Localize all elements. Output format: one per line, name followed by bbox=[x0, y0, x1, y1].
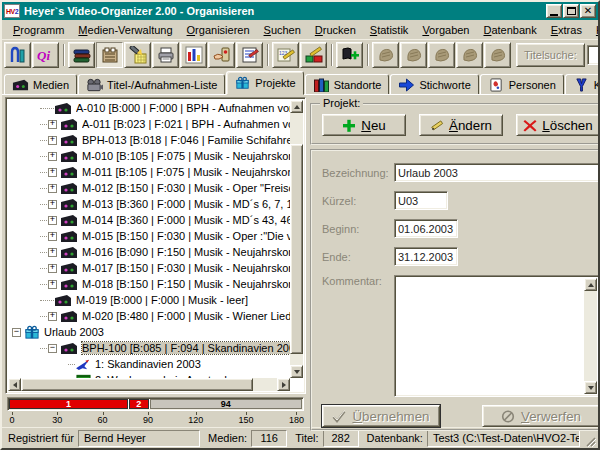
exit-icon bbox=[8, 46, 28, 64]
tab-projekte[interactable]: Projekte bbox=[226, 71, 303, 95]
menu-extras[interactable]: Extras bbox=[544, 22, 589, 38]
edit-titles-button[interactable] bbox=[272, 42, 299, 68]
kommentar-scrollbar[interactable] bbox=[584, 278, 597, 394]
project-panel: Projekt: Neu Ändern Löschen Bezeichnung: bbox=[310, 97, 600, 425]
tab-titel-aufnahmen-liste[interactable]: Titel-/Aufnahmen-Liste bbox=[78, 74, 225, 95]
tree-row[interactable]: M-015 [B:150 | F:030 | Musik - Oper :"Di… bbox=[8, 228, 290, 244]
minimize-button[interactable] bbox=[546, 4, 562, 18]
printer-icon bbox=[156, 46, 176, 64]
menu-hilfe[interactable]: Hilfe bbox=[589, 22, 600, 38]
red-x-icon bbox=[523, 119, 537, 132]
search-button[interactable] bbox=[124, 42, 151, 68]
maximize-icon bbox=[567, 7, 576, 15]
defaults-button[interactable] bbox=[208, 42, 235, 68]
scrollbar-thumb[interactable] bbox=[290, 144, 303, 354]
scroll-down-icon[interactable] bbox=[584, 381, 597, 394]
expand-plus-icon[interactable] bbox=[48, 264, 57, 273]
kuerzel-input[interactable] bbox=[394, 191, 448, 210]
close-button[interactable]: ✕ bbox=[580, 4, 596, 18]
medien-count: 116 bbox=[251, 430, 287, 447]
tree-row[interactable]: M-011 [B:105 | F:075 | Musik - Neujahrsk… bbox=[8, 164, 290, 180]
tree-row[interactable]: M-020 [B:480 | F:000 | Musik - Wiener Li… bbox=[8, 308, 290, 324]
media-management-button[interactable] bbox=[68, 42, 95, 68]
organize-button[interactable] bbox=[96, 42, 123, 68]
menu-medien-verwaltung[interactable]: Medien-Verwaltung bbox=[71, 22, 179, 38]
edit-media-button[interactable] bbox=[300, 42, 327, 68]
menu-datenbank[interactable]: Datenbank bbox=[476, 22, 543, 38]
scroll-down-icon[interactable] bbox=[290, 365, 303, 378]
menu-drucken[interactable]: Drucken bbox=[308, 22, 363, 38]
exit-button[interactable] bbox=[4, 42, 31, 68]
scroll-up-icon[interactable] bbox=[584, 278, 597, 291]
menu-organisieren[interactable]: Organisieren bbox=[180, 22, 257, 38]
notes-button[interactable] bbox=[236, 42, 263, 68]
tree-row[interactable]: A-010 [B:000 | F:000 | BPH - Aufnahmen v… bbox=[8, 100, 290, 116]
tab-medien[interactable]: Medien bbox=[4, 74, 77, 95]
neu-button[interactable]: Neu bbox=[322, 114, 406, 136]
tree-row[interactable]: M-010 [B:105 | F:075 | Musik - Neujahrsk… bbox=[8, 148, 290, 164]
tree-row[interactable]: M-018 [B:150 | F:150 | Musik - Neujahrsk… bbox=[8, 276, 290, 292]
tree-row[interactable]: BPH-013 [B:018 | F:046 | Familie Schifah… bbox=[8, 132, 290, 148]
menu-suchen[interactable]: Suchen bbox=[257, 22, 308, 38]
media-usage-gauge: 1 2 94 bbox=[7, 397, 304, 411]
app-icon[interactable]: HV2 bbox=[4, 4, 20, 18]
scroll-right-icon[interactable] bbox=[277, 378, 290, 391]
arrow-right-icon bbox=[398, 78, 415, 92]
tree-row[interactable]: M-016 [B:090 | F:150 | Musik - Neujahrsk… bbox=[8, 244, 290, 260]
tab-personen[interactable]: Personen bbox=[480, 74, 564, 95]
statistics-button[interactable] bbox=[180, 42, 207, 68]
expand-minus-icon[interactable] bbox=[48, 344, 57, 353]
menu-statistik[interactable]: Statistik bbox=[363, 22, 416, 38]
beginn-input[interactable] bbox=[394, 219, 458, 238]
main-area: A-010 [B:000 | F:000 | BPH - Aufnahmen v… bbox=[2, 95, 598, 427]
tree-vertical-scrollbar[interactable] bbox=[290, 100, 303, 378]
resize-grip[interactable] bbox=[584, 435, 596, 447]
expand-plus-icon[interactable] bbox=[48, 120, 57, 129]
cassette-icon bbox=[54, 294, 72, 307]
scrollbar-thumb[interactable] bbox=[21, 378, 253, 391]
cassette-icon bbox=[60, 214, 78, 227]
expand-plus-icon[interactable] bbox=[48, 216, 57, 225]
print-button[interactable] bbox=[152, 42, 179, 68]
expand-plus-icon[interactable] bbox=[48, 248, 57, 257]
tab-standorte[interactable]: Standorte bbox=[305, 74, 390, 95]
expand-minus-icon[interactable] bbox=[12, 328, 21, 337]
scroll-left-icon[interactable] bbox=[8, 378, 21, 391]
expand-plus-icon[interactable] bbox=[48, 232, 57, 241]
tab-klassifizierungen[interactable]: Klassifizierungen bbox=[565, 74, 600, 95]
kommentar-input[interactable] bbox=[397, 278, 584, 394]
expand-plus-icon[interactable] bbox=[48, 184, 57, 193]
tree-row-project[interactable]: Urlaub 2003 bbox=[8, 324, 290, 340]
expand-plus-icon[interactable] bbox=[48, 152, 57, 161]
tree-row[interactable]: A-011 [B:023 | F:021 | BPH - Aufnahmen v… bbox=[8, 116, 290, 132]
expand-plus-icon[interactable] bbox=[48, 280, 57, 289]
ende-input[interactable] bbox=[394, 247, 458, 266]
expand-plus-icon[interactable] bbox=[48, 312, 57, 321]
tree-row-selected[interactable]: BPH-100 [B:085 | F:094 | Skandinavien 20… bbox=[8, 340, 290, 356]
tree-row[interactable]: M-017 [B:150 | F:030 | Musik - Neujahrsk… bbox=[8, 260, 290, 276]
quickinfo-button[interactable]: Qi bbox=[32, 42, 59, 68]
expand-plus-icon[interactable] bbox=[48, 136, 57, 145]
menu-programm[interactable]: Programm bbox=[6, 22, 71, 38]
add-medium-button[interactable] bbox=[336, 42, 363, 68]
title-search-input[interactable] bbox=[587, 45, 600, 65]
tree-row[interactable]: M-012 [B:150 | F:030 | Musik - Oper "Fre… bbox=[8, 180, 290, 196]
bezeichnung-input[interactable] bbox=[394, 163, 600, 182]
aendern-button[interactable]: Ändern bbox=[419, 114, 503, 136]
tree-horizontal-scrollbar[interactable] bbox=[8, 378, 290, 391]
tree-row[interactable]: M-013 [B:360 | F:000 | Musik - MD´s 6, 7… bbox=[8, 196, 290, 212]
tree-row-recording[interactable]: 1: Skandinavien 2003 bbox=[8, 356, 290, 372]
tree-row[interactable]: M-014 [B:360 | F:000 | Musik - MD´s 43, … bbox=[8, 212, 290, 228]
scroll-up-icon[interactable] bbox=[290, 100, 303, 113]
cassette-icon bbox=[60, 134, 78, 147]
maximize-button[interactable] bbox=[563, 4, 579, 18]
menu-vorgaben[interactable]: Vorgaben bbox=[415, 22, 476, 38]
registered-label: Registriert für bbox=[4, 432, 74, 444]
titlebar[interactable]: HV2 Heyer`s Video-Organizer 2.00 - Organ… bbox=[2, 2, 598, 20]
expand-plus-icon[interactable] bbox=[48, 200, 57, 209]
tab-stichworte[interactable]: Stichworte bbox=[390, 74, 478, 95]
loeschen-button[interactable]: Löschen bbox=[516, 114, 600, 136]
tree-row[interactable]: M-019 [B:000 | F:000 | Musik - leer] bbox=[8, 292, 290, 308]
expand-plus-icon[interactable] bbox=[48, 168, 57, 177]
titel-label: Titel: bbox=[291, 432, 318, 444]
